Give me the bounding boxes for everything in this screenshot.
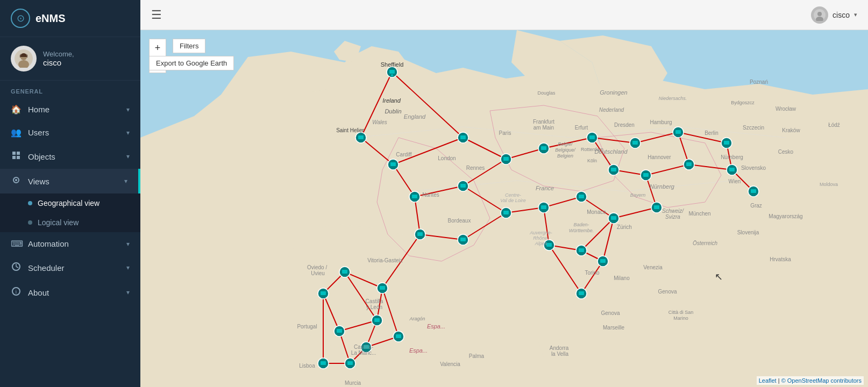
sidebar-item-home-label: Home <box>28 105 49 114</box>
svg-rect-126 <box>321 291 326 295</box>
home-chevron-icon: ▾ <box>126 106 130 113</box>
svg-rect-110 <box>632 141 638 145</box>
svg-point-70 <box>391 74 393 76</box>
topbar-user-name[interactable]: cisco <box>833 11 850 19</box>
svg-text:Dublin: Dublin <box>385 108 401 114</box>
svg-text:Slovenija: Slovenija <box>737 230 759 235</box>
sidebar-item-users-label: Users <box>28 128 49 137</box>
svg-text:Castillay León: Castillay León <box>366 298 383 310</box>
svg-rect-76 <box>412 195 417 198</box>
svg-text:Niedersachs.: Niedersachs. <box>659 96 687 101</box>
svg-rect-4 <box>17 152 20 155</box>
svg-text:Nürnberg: Nürnberg <box>650 183 675 190</box>
svg-text:Rotterdam: Rotterdam <box>581 147 603 152</box>
svg-text:Cesko: Cesko <box>778 149 794 155</box>
svg-text:Dresden: Dresden <box>614 122 635 128</box>
about-icon: i <box>11 286 22 298</box>
svg-rect-100 <box>579 248 584 252</box>
svg-text:Marseille: Marseille <box>603 325 624 331</box>
views-submenu: Geographical view Logical view <box>0 194 140 232</box>
svg-text:Bordeaux: Bordeaux <box>448 218 471 224</box>
svg-rect-78 <box>417 232 423 236</box>
svg-point-8 <box>15 179 17 181</box>
svg-text:Valencia: Valencia <box>440 361 460 367</box>
svg-text:Paris: Paris <box>499 130 511 136</box>
sidebar-item-automation[interactable]: ⌨ Automation ▾ <box>0 232 140 255</box>
svg-text:Hannover: Hannover <box>648 154 671 160</box>
app-logo-icon: ⊙ <box>11 9 30 28</box>
home-icon: 🏠 <box>11 104 22 114</box>
svg-rect-136 <box>337 329 342 333</box>
map-attribution: Leaflet | © OpenStreetMap contributors <box>757 376 864 385</box>
main-content: ☰ cisco ▾ <box>140 0 868 387</box>
leaflet-link[interactable]: Leaflet <box>759 377 777 384</box>
zoom-in-button[interactable]: + <box>149 39 166 56</box>
sidebar-item-objects[interactable]: Objects ▾ <box>0 144 140 169</box>
app-name: eNMS <box>35 12 66 25</box>
svg-text:Ireland: Ireland <box>382 97 401 104</box>
svg-rect-98 <box>579 195 584 198</box>
sidebar-item-automation-label: Automation <box>28 239 69 248</box>
logical-view-dot <box>28 220 32 225</box>
svg-rect-6 <box>17 156 20 159</box>
svg-text:Espa...: Espa... <box>409 347 428 354</box>
sidebar-item-geographical-view[interactable]: Geographical view <box>0 194 140 213</box>
svg-rect-128 <box>342 270 347 274</box>
svg-text:Groningen: Groningen <box>600 89 627 96</box>
svg-text:Nederland: Nederland <box>599 107 624 113</box>
svg-rect-92 <box>541 205 546 209</box>
svg-text:Bayern: Bayern <box>630 192 646 198</box>
svg-rect-84 <box>460 238 466 241</box>
svg-rect-140 <box>347 361 353 365</box>
svg-rect-72 <box>358 135 364 139</box>
svg-text:Portugal: Portugal <box>297 324 317 329</box>
sidebar-item-scheduler[interactable]: Scheduler ▾ <box>0 255 140 280</box>
sidebar-item-home[interactable]: 🏠 Home ▾ <box>0 98 140 121</box>
svg-text:Aragón: Aragón <box>409 316 425 321</box>
map-svg: Sheffield Saint Helier Ireland Dublin Wa… <box>140 30 868 387</box>
svg-text:i: i <box>16 289 17 295</box>
svg-text:Andorra la Vella: Andorra la Vella <box>550 345 570 357</box>
objects-icon <box>11 150 22 162</box>
osm-link[interactable]: © OpenStreetMap contributors <box>781 377 862 384</box>
svg-rect-118 <box>686 162 692 166</box>
svg-rect-104 <box>579 291 584 295</box>
svg-rect-88 <box>503 211 509 214</box>
sidebar-item-views[interactable]: Views ▾ <box>0 169 140 194</box>
svg-text:Cardiff: Cardiff <box>396 152 411 157</box>
svg-rect-124 <box>751 189 756 193</box>
svg-text:Slovensko: Slovensko <box>741 165 766 171</box>
about-chevron-icon: ▾ <box>126 289 130 296</box>
svg-text:Centre-: Centre- <box>505 192 521 198</box>
svg-rect-108 <box>611 216 616 220</box>
svg-text:Łódź: Łódź <box>828 122 840 128</box>
hamburger-menu-button[interactable]: ☰ <box>151 8 162 22</box>
svg-rect-132 <box>374 318 380 322</box>
topbar-user-chevron-icon[interactable]: ▾ <box>854 11 857 18</box>
map-container[interactable]: Sheffield Saint Helier Ireland Dublin Wa… <box>140 30 868 387</box>
logical-view-label: Logical view <box>38 218 79 227</box>
sidebar-item-users[interactable]: 👥 Users ▾ <box>0 121 140 144</box>
sidebar-item-logical-view[interactable]: Logical view <box>0 213 140 232</box>
sidebar-item-scheduler-label: Scheduler <box>28 263 65 273</box>
sidebar-item-views-label: Views <box>28 177 49 186</box>
svg-text:Graz: Graz <box>750 203 762 209</box>
svg-rect-90 <box>541 146 546 150</box>
svg-text:Nürnberg: Nürnberg <box>721 154 743 160</box>
export-google-earth-button[interactable]: Export to Google Earth <box>149 56 234 70</box>
svg-text:Auvergne-: Auvergne- <box>529 230 552 235</box>
sidebar: ⊙ eNMS Welcome, cisco GENERAL 🏠 Home <box>0 0 140 387</box>
svg-text:Genova: Genova <box>658 289 677 295</box>
svg-text:Szczecin: Szczecin <box>743 125 764 131</box>
svg-rect-3 <box>12 152 16 155</box>
svg-text:Berlin: Berlin <box>705 130 718 136</box>
topbar-user-avatar <box>811 6 828 24</box>
sidebar-item-about[interactable]: i About ▾ <box>0 280 140 305</box>
svg-rect-86 <box>503 157 509 161</box>
svg-text:Murcia: Murcia <box>345 380 361 386</box>
svg-rect-130 <box>380 286 385 290</box>
filters-button[interactable]: Filters <box>173 39 205 53</box>
svg-point-15 <box>817 12 822 16</box>
svg-rect-69 <box>389 70 395 74</box>
svg-rect-106 <box>611 168 616 171</box>
